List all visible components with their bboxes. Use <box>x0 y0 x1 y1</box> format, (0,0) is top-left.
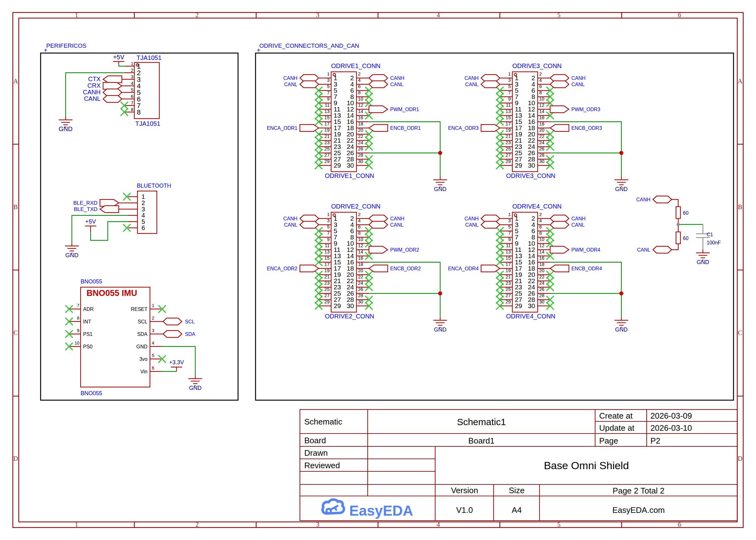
pwm-label: PWM_ODR4 <box>571 247 600 253</box>
gnd-label: GND <box>189 385 202 391</box>
canh-left-flag[interactable] <box>481 74 500 81</box>
pin-text-27: 27 <box>505 152 511 158</box>
pwm-flag[interactable] <box>369 246 388 253</box>
canl-left-flag[interactable] <box>481 221 500 228</box>
odrive3-connector[interactable]: ODRIVE3_CONN ODRIVE3_CONN CANH CANL ENCA… <box>448 63 602 180</box>
enca-label: ENCA_ODR2 <box>267 266 297 272</box>
pin-text-23: 23 <box>505 140 511 145</box>
pin-text-B: B <box>13 203 18 211</box>
bno055-component[interactable]: BNO055 BNO055 BNO055 IMU 78910 ADRINTPS1… <box>66 278 202 396</box>
canh-left-flag[interactable] <box>300 215 319 222</box>
canh-right-flag[interactable] <box>550 74 569 81</box>
update-at-value: 2026-03-10 <box>651 423 692 433</box>
pin-text-22: 22 <box>358 134 363 139</box>
pin-text-1: 1 <box>75 521 79 528</box>
pin-text-27: 27 <box>324 293 329 298</box>
pin-text-4: 4 <box>131 80 133 86</box>
encb-flag[interactable] <box>550 265 569 272</box>
pin-text-3: 3 <box>152 328 154 333</box>
canl-label: CANL <box>571 222 585 227</box>
power-bar-5v <box>85 226 96 232</box>
canl-right-flag[interactable] <box>369 221 388 228</box>
odrive1-connector[interactable]: ODRIVE1_CONN ODRIVE1_CONN CANH CANL ENCA… <box>267 63 421 180</box>
canh-right-flag[interactable] <box>369 215 388 222</box>
encb-flag[interactable] <box>369 265 388 272</box>
crx-flag[interactable] <box>103 82 122 89</box>
ble-rxd-flag[interactable] <box>100 200 119 206</box>
pin-text-10: 10 <box>539 96 544 101</box>
size-label: Size <box>509 486 525 495</box>
tja-title: TJA1051 <box>136 54 161 61</box>
bluetooth-component[interactable]: BLUETOOTH 123456 BLE_RXD BLE_TXD +5V GND <box>65 183 171 258</box>
pin-text-6: 6 <box>141 224 145 231</box>
pin-text-17: 17 <box>505 262 511 267</box>
pwm-flag[interactable] <box>550 106 569 113</box>
gnd-label: GND <box>434 186 447 192</box>
pin-text-29: 29 <box>515 302 522 309</box>
tja1051-component[interactable]: TJA1051 TJA1051 12345678 12345678 +5V GN… <box>59 54 161 132</box>
pwm-flag[interactable] <box>369 106 388 113</box>
scl-flag[interactable] <box>163 318 182 325</box>
enca-flag[interactable] <box>300 265 319 272</box>
enca-flag[interactable] <box>481 125 500 131</box>
pin-text-4: 4 <box>358 77 360 83</box>
wire <box>91 221 128 240</box>
resistor-60-bottom[interactable] <box>676 232 680 244</box>
gnd-symbol <box>433 317 447 328</box>
pin-text-3vo: 3vo <box>139 356 147 362</box>
encb-label: ENCB_ODR4 <box>571 266 602 272</box>
pin-text-SCL: SCL <box>138 319 147 324</box>
pin-text-23: 23 <box>324 280 329 286</box>
canh-left-flag[interactable] <box>300 74 319 81</box>
canl-flag[interactable] <box>653 246 672 253</box>
pin-text-14: 14 <box>358 109 363 114</box>
canl-left-flag[interactable] <box>300 81 319 88</box>
canl-left-flag[interactable] <box>481 81 500 88</box>
canh-left-flag[interactable] <box>481 215 500 222</box>
canl-label: CANL <box>390 82 404 87</box>
pin-text-7: 7 <box>327 230 329 236</box>
canl-right-flag[interactable] <box>550 81 569 88</box>
odrive4-connector[interactable]: ODRIVE4_CONN ODRIVE4_CONN CANH CANL ENCA… <box>448 203 602 320</box>
ble-txd-flag[interactable] <box>100 206 119 212</box>
pin-text-1: 1 <box>508 71 511 76</box>
encb-flag[interactable] <box>369 125 388 131</box>
pin-text-17: 17 <box>505 121 511 126</box>
wire <box>119 64 125 66</box>
enca-flag[interactable] <box>300 125 319 131</box>
pin-text-19: 19 <box>324 268 329 273</box>
pin-text-1: 1 <box>327 71 329 76</box>
canh-flag[interactable] <box>103 89 122 96</box>
canh-right-flag[interactable] <box>369 74 388 81</box>
power-bar-5v <box>113 62 124 64</box>
sda-flag[interactable] <box>163 331 182 338</box>
enca-label: ENCA_ODR1 <box>267 125 297 131</box>
schematic-label: Schematic <box>304 417 342 426</box>
bno-right-pin-numbers: 123456 <box>152 303 154 370</box>
ctx-flag[interactable] <box>103 76 122 83</box>
canl-right-flag[interactable] <box>369 81 388 88</box>
pin-text-9: 9 <box>327 237 329 242</box>
canl-right-flag[interactable] <box>550 221 569 228</box>
pins-outside-right: 24681012141618202224262830 <box>358 211 363 304</box>
pwm-flag[interactable] <box>550 246 569 253</box>
canh-right-flag[interactable] <box>550 215 569 222</box>
can-termination[interactable]: CANH CANL 60 60 C1 100nF GND <box>636 196 721 265</box>
encb-flag[interactable] <box>550 125 569 131</box>
resistor-60-top[interactable] <box>676 206 680 218</box>
pin-text-RESET: RESET <box>131 307 148 312</box>
enca-flag[interactable] <box>481 265 500 272</box>
v5-label: +5V <box>113 54 125 61</box>
pin-text-2: 2 <box>539 71 542 76</box>
canl-left-flag[interactable] <box>300 221 319 228</box>
canl-flag[interactable] <box>103 95 122 102</box>
gnd-symbol <box>615 177 628 187</box>
pin-text-C: C <box>13 329 18 337</box>
canh-flag[interactable] <box>653 196 672 203</box>
pin-text-22: 22 <box>539 134 544 139</box>
gnd-label: GND <box>59 125 73 132</box>
pin-text-2: 2 <box>358 71 360 76</box>
tja-pin-numbers-inside: 12345678 <box>137 63 140 116</box>
odrive2-connector[interactable]: ODRIVE2_CONN ODRIVE2_CONN CANH CANL ENCA… <box>267 203 421 320</box>
pin-text-21: 21 <box>505 134 511 139</box>
